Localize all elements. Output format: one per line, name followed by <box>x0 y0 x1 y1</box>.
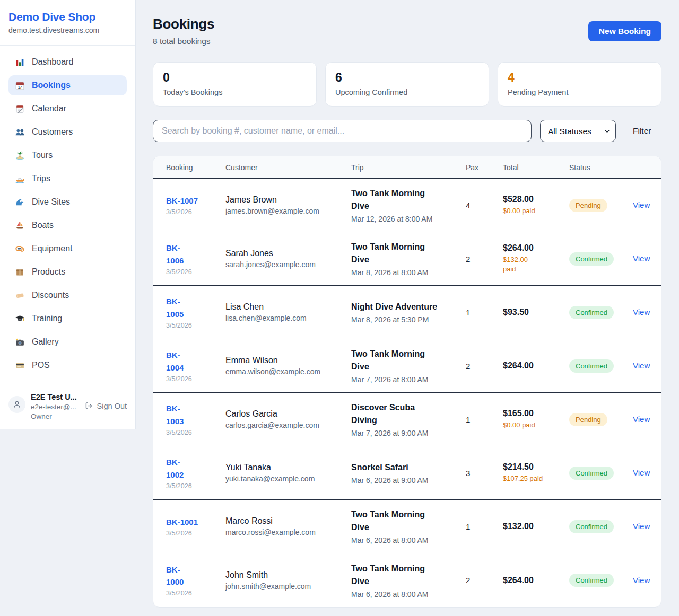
wave-icon <box>15 197 25 207</box>
trip-datetime: Mar 12, 2026 at 8:00 AM <box>351 215 466 223</box>
column-header-total: Total <box>503 163 569 172</box>
view-link[interactable]: View <box>633 522 650 531</box>
view-link[interactable]: View <box>633 576 650 585</box>
booking-id-link[interactable]: BK-1004 <box>166 349 187 374</box>
customer-email: marco.rossi@example.com <box>225 528 351 536</box>
search-input[interactable] <box>153 120 532 142</box>
sidebar-item-label: Trips <box>32 174 50 183</box>
booking-id-link[interactable]: BK-1005 <box>166 295 187 320</box>
sidebar-item-label: Training <box>32 314 62 323</box>
customer-email: carlos.garcia@example.com <box>225 421 351 429</box>
bookings-table: Booking Customer Trip Pax Total Status B… <box>153 156 661 608</box>
status-filter-select[interactable]: All Statuses <box>540 120 616 142</box>
table-row: BK-10063/5/2026Sarah Jonessarah.jones@ex… <box>153 232 661 286</box>
trip-name: Night Dive Adventure <box>351 301 440 313</box>
view-link[interactable]: View <box>633 468 650 477</box>
sidebar-item-discounts[interactable]: Discounts <box>8 285 127 305</box>
sidebar-nav: Dashboard 17 Bookings Calendar Customers… <box>0 46 135 385</box>
package-icon <box>15 267 25 277</box>
view-link[interactable]: View <box>633 415 650 424</box>
view-link[interactable]: View <box>633 361 650 370</box>
sidebar-item-tours[interactable]: Tours <box>8 145 127 165</box>
trip-name: Two Tank Morning Dive <box>351 241 440 266</box>
filter-button[interactable]: Filter <box>628 122 656 140</box>
sidebar-item-products[interactable]: Products <box>8 262 127 282</box>
status-badge: Confirmed <box>569 574 614 587</box>
booking-id-link[interactable]: BK-1001 <box>166 517 198 526</box>
sign-out-icon <box>84 401 93 410</box>
brand: Demo Dive Shop demo.test.divestreams.com <box>0 0 135 46</box>
sidebar-item-bookings[interactable]: 17 Bookings <box>8 75 127 95</box>
total-amount: $528.00 <box>503 195 569 204</box>
sidebar-item-equipment[interactable]: Equipment <box>8 239 127 259</box>
booking-id-link[interactable]: BK-1007 <box>166 196 198 205</box>
column-header-booking: Booking <box>166 163 225 172</box>
sidebar-item-gallery[interactable]: Gallery <box>8 332 127 352</box>
booking-id-link[interactable]: BK-1000 <box>166 564 187 588</box>
pax-count: 2 <box>466 576 503 585</box>
booking-date: 3/5/2026 <box>166 375 225 383</box>
sidebar-item-trips[interactable]: Trips <box>8 169 127 189</box>
table-row: BK-10013/5/2026Marco Rossimarco.rossi@ex… <box>153 500 661 553</box>
booking-date: 3/5/2026 <box>166 268 225 276</box>
calendar-icon: 17 <box>15 81 25 91</box>
brand-domain: demo.test.divestreams.com <box>8 26 127 34</box>
trip-datetime: Mar 6, 2026 at 8:00 AM <box>351 536 466 544</box>
column-header-customer: Customer <box>225 163 351 172</box>
sidebar-item-pos[interactable]: POS <box>8 355 127 375</box>
table-header-row: Booking Customer Trip Pax Total Status <box>153 156 661 179</box>
sidebar-item-calendar[interactable]: Calendar <box>8 99 127 119</box>
paid-amount: $0.00 paid <box>503 206 569 216</box>
table-row: BK-10033/5/2026Carlos Garciacarlos.garci… <box>153 393 661 446</box>
view-link[interactable]: View <box>633 307 650 316</box>
sidebar-item-dive-sites[interactable]: Dive Sites <box>8 192 127 212</box>
view-link[interactable]: View <box>633 254 650 263</box>
stat-value: 4 <box>508 71 651 85</box>
customer-name: Emma Wilson <box>225 356 351 365</box>
booking-id-link[interactable]: BK-1006 <box>166 242 187 267</box>
booking-date: 3/5/2026 <box>166 429 225 436</box>
booking-date: 3/5/2026 <box>166 589 225 597</box>
user-name: E2E Test U... <box>31 393 79 401</box>
table-row: BK-10073/5/2026James Brownjames.brown@ex… <box>153 179 661 232</box>
trip-datetime: Mar 6, 2026 at 8:00 AM <box>351 590 466 599</box>
sidebar-item-training[interactable]: Training <box>8 309 127 329</box>
booking-date: 3/5/2026 <box>166 322 225 329</box>
sidebar-item-label: Tours <box>32 151 53 160</box>
sidebar-item-label: Bookings <box>32 81 71 90</box>
sidebar-item-label: POS <box>32 360 50 370</box>
customer-name: Carlos Garcia <box>225 409 351 419</box>
customer-email: lisa.chen@example.com <box>225 314 351 322</box>
stat-card-pending-payment: 4 Pending Payment <box>498 62 661 107</box>
credit-card-icon <box>15 360 25 371</box>
customer-name: John Smith <box>225 570 351 580</box>
booking-id-link[interactable]: BK-1002 <box>166 456 187 481</box>
status-badge: Pending <box>569 199 607 212</box>
trip-name: Two Tank Morning Dive <box>351 187 440 213</box>
column-header-pax: Pax <box>466 163 503 172</box>
people-icon <box>15 127 25 137</box>
status-badge: Confirmed <box>569 306 614 319</box>
booking-date: 3/5/2026 <box>166 208 225 216</box>
new-booking-button[interactable]: New Booking <box>588 21 661 41</box>
sidebar-item-boats[interactable]: Boats <box>8 215 127 235</box>
sidebar-item-dashboard[interactable]: Dashboard <box>8 52 127 72</box>
table-row: BK-10003/5/2026John Smithjohn.smith@exam… <box>153 553 661 607</box>
person-icon <box>12 399 22 410</box>
view-link[interactable]: View <box>633 200 650 209</box>
total-amount: $264.00 <box>503 361 569 371</box>
sidebar-item-label: Products <box>32 267 65 277</box>
booking-id-link[interactable]: BK-1003 <box>166 402 187 427</box>
sidebar-item-label: Customers <box>32 127 73 137</box>
sign-out-button[interactable]: Sign Out <box>84 401 127 410</box>
stat-value: 6 <box>335 71 479 85</box>
total-amount: $165.00 <box>503 409 569 418</box>
table-row: BK-10023/5/2026Yuki Tanakayuki.tanaka@ex… <box>153 446 661 500</box>
customer-email: emma.wilson@example.com <box>225 367 351 376</box>
sidebar-item-customers[interactable]: Customers <box>8 122 127 142</box>
total-amount: $132.00 <box>503 522 569 531</box>
sidebar-item-label: Calendar <box>32 104 66 113</box>
page-title: Bookings <box>153 16 214 32</box>
stat-label: Pending Payment <box>508 88 651 96</box>
customer-name: Marco Rossi <box>225 516 351 526</box>
